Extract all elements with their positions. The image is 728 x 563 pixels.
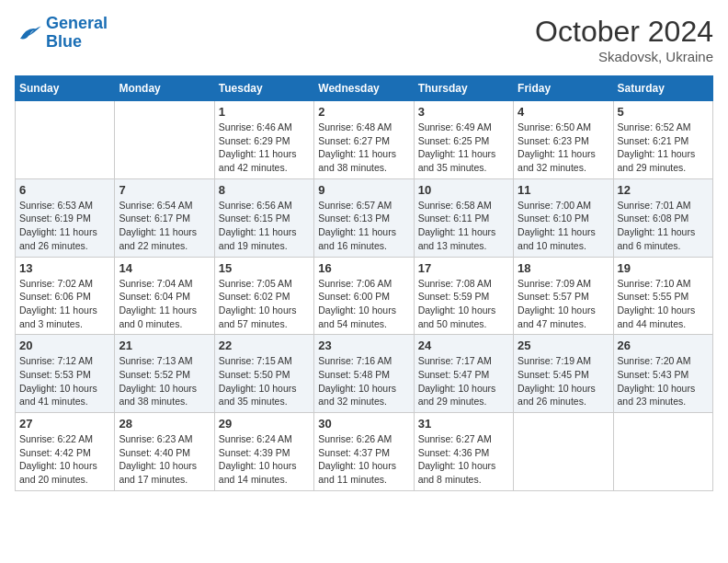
logo-icon — [15, 19, 42, 47]
weekday-header: Sunday — [16, 76, 115, 101]
calendar-week-row: 20Sunrise: 7:12 AM Sunset: 5:53 PM Dayli… — [16, 335, 713, 413]
calendar-cell: 31Sunrise: 6:27 AM Sunset: 4:36 PM Dayli… — [414, 413, 513, 491]
day-number: 2 — [318, 105, 409, 119]
subtitle: Skadovsk, Ukraine — [535, 49, 713, 64]
day-number: 3 — [418, 105, 509, 119]
calendar-cell: 24Sunrise: 7:17 AM Sunset: 5:47 PM Dayli… — [414, 335, 513, 413]
day-number: 16 — [318, 261, 409, 275]
day-info: Sunrise: 6:56 AM Sunset: 6:15 PM Dayligh… — [219, 199, 310, 253]
calendar-cell: 25Sunrise: 7:19 AM Sunset: 5:45 PM Dayli… — [514, 335, 613, 413]
day-info: Sunrise: 6:24 AM Sunset: 4:39 PM Dayligh… — [219, 432, 310, 487]
calendar-cell — [514, 413, 613, 491]
day-number: 21 — [119, 339, 210, 352]
weekday-header: Monday — [115, 76, 214, 101]
calendar-cell: 29Sunrise: 6:24 AM Sunset: 4:39 PM Dayli… — [214, 413, 313, 491]
day-number: 14 — [119, 261, 210, 275]
title-block: October 2024 Skadovsk, Ukraine — [535, 15, 713, 64]
day-number: 23 — [318, 339, 409, 352]
calendar-cell: 13Sunrise: 7:02 AM Sunset: 6:06 PM Dayli… — [16, 257, 115, 335]
calendar-cell: 17Sunrise: 7:08 AM Sunset: 5:59 PM Dayli… — [414, 257, 513, 335]
calendar-cell: 22Sunrise: 7:15 AM Sunset: 5:50 PM Dayli… — [214, 335, 313, 413]
calendar-cell: 4Sunrise: 6:50 AM Sunset: 6:23 PM Daylig… — [514, 101, 613, 179]
day-info: Sunrise: 6:23 AM Sunset: 4:40 PM Dayligh… — [119, 432, 210, 487]
calendar-cell: 1Sunrise: 6:46 AM Sunset: 6:29 PM Daylig… — [214, 101, 313, 179]
day-info: Sunrise: 6:27 AM Sunset: 4:36 PM Dayligh… — [418, 432, 509, 487]
month-title: October 2024 — [535, 15, 713, 49]
calendar-cell: 7Sunrise: 6:54 AM Sunset: 6:17 PM Daylig… — [115, 178, 214, 257]
day-info: Sunrise: 6:50 AM Sunset: 6:23 PM Dayligh… — [518, 121, 609, 175]
weekday-header: Friday — [514, 76, 613, 101]
day-info: Sunrise: 7:00 AM Sunset: 6:10 PM Dayligh… — [518, 199, 609, 253]
calendar-cell — [115, 101, 214, 179]
weekday-header: Thursday — [414, 76, 513, 101]
day-info: Sunrise: 7:13 AM Sunset: 5:52 PM Dayligh… — [119, 354, 210, 408]
day-info: Sunrise: 7:20 AM Sunset: 5:43 PM Dayligh… — [618, 354, 709, 408]
calendar-table: SundayMondayTuesdayWednesdayThursdayFrid… — [15, 75, 713, 491]
day-number: 15 — [219, 261, 310, 275]
calendar-cell: 11Sunrise: 7:00 AM Sunset: 6:10 PM Dayli… — [514, 178, 613, 257]
day-info: Sunrise: 6:58 AM Sunset: 6:11 PM Dayligh… — [418, 199, 509, 253]
calendar-cell: 9Sunrise: 6:57 AM Sunset: 6:13 PM Daylig… — [314, 178, 414, 257]
calendar-cell: 15Sunrise: 7:05 AM Sunset: 6:02 PM Dayli… — [214, 257, 313, 335]
day-info: Sunrise: 7:09 AM Sunset: 5:57 PM Dayligh… — [518, 277, 609, 331]
day-number: 8 — [219, 183, 310, 197]
day-info: Sunrise: 6:46 AM Sunset: 6:29 PM Dayligh… — [219, 121, 310, 175]
day-info: Sunrise: 6:57 AM Sunset: 6:13 PM Dayligh… — [318, 199, 409, 253]
day-number: 24 — [418, 339, 509, 352]
calendar-cell: 23Sunrise: 7:16 AM Sunset: 5:48 PM Dayli… — [314, 335, 414, 413]
calendar-cell: 28Sunrise: 6:23 AM Sunset: 4:40 PM Dayli… — [115, 413, 214, 491]
day-number: 25 — [518, 339, 609, 352]
day-number: 6 — [19, 183, 110, 197]
calendar-cell: 30Sunrise: 6:26 AM Sunset: 4:37 PM Dayli… — [314, 413, 414, 491]
calendar-cell: 8Sunrise: 6:56 AM Sunset: 6:15 PM Daylig… — [214, 178, 313, 257]
day-info: Sunrise: 6:22 AM Sunset: 4:42 PM Dayligh… — [19, 432, 110, 487]
day-info: Sunrise: 7:01 AM Sunset: 6:08 PM Dayligh… — [618, 199, 709, 253]
calendar-cell: 26Sunrise: 7:20 AM Sunset: 5:43 PM Dayli… — [613, 335, 712, 413]
day-number: 26 — [618, 339, 709, 352]
day-number: 11 — [518, 183, 609, 197]
calendar-cell: 19Sunrise: 7:10 AM Sunset: 5:55 PM Dayli… — [613, 257, 712, 335]
day-number: 18 — [518, 261, 609, 275]
day-info: Sunrise: 7:08 AM Sunset: 5:59 PM Dayligh… — [418, 277, 509, 331]
day-number: 17 — [418, 261, 509, 275]
calendar-cell — [16, 101, 115, 179]
day-info: Sunrise: 6:26 AM Sunset: 4:37 PM Dayligh… — [318, 432, 409, 487]
calendar-week-row: 6Sunrise: 6:53 AM Sunset: 6:19 PM Daylig… — [16, 178, 713, 257]
day-number: 4 — [518, 105, 609, 119]
day-number: 19 — [618, 261, 709, 275]
day-number: 1 — [219, 105, 310, 119]
day-info: Sunrise: 7:12 AM Sunset: 5:53 PM Dayligh… — [19, 354, 110, 408]
day-number: 22 — [219, 339, 310, 352]
day-info: Sunrise: 7:15 AM Sunset: 5:50 PM Dayligh… — [219, 354, 310, 408]
day-number: 30 — [318, 417, 409, 431]
weekday-header-row: SundayMondayTuesdayWednesdayThursdayFrid… — [16, 76, 713, 101]
weekday-header: Wednesday — [314, 76, 414, 101]
day-info: Sunrise: 7:05 AM Sunset: 6:02 PM Dayligh… — [219, 277, 310, 331]
logo-text: General Blue — [46, 15, 108, 52]
calendar-cell: 12Sunrise: 7:01 AM Sunset: 6:08 PM Dayli… — [613, 178, 712, 257]
day-number: 5 — [618, 105, 709, 119]
calendar-cell: 27Sunrise: 6:22 AM Sunset: 4:42 PM Dayli… — [16, 413, 115, 491]
day-info: Sunrise: 7:16 AM Sunset: 5:48 PM Dayligh… — [318, 354, 409, 408]
day-number: 9 — [318, 183, 409, 197]
day-info: Sunrise: 7:06 AM Sunset: 6:00 PM Dayligh… — [318, 277, 409, 331]
weekday-header: Tuesday — [214, 76, 313, 101]
day-info: Sunrise: 7:02 AM Sunset: 6:06 PM Dayligh… — [19, 277, 110, 331]
calendar-cell: 6Sunrise: 6:53 AM Sunset: 6:19 PM Daylig… — [16, 178, 115, 257]
calendar-cell: 10Sunrise: 6:58 AM Sunset: 6:11 PM Dayli… — [414, 178, 513, 257]
calendar-cell: 3Sunrise: 6:49 AM Sunset: 6:25 PM Daylig… — [414, 101, 513, 179]
calendar-cell: 21Sunrise: 7:13 AM Sunset: 5:52 PM Dayli… — [115, 335, 214, 413]
logo: General Blue — [15, 15, 108, 52]
day-info: Sunrise: 6:52 AM Sunset: 6:21 PM Dayligh… — [618, 121, 709, 175]
day-info: Sunrise: 7:19 AM Sunset: 5:45 PM Dayligh… — [518, 354, 609, 408]
day-number: 27 — [19, 417, 110, 431]
day-number: 7 — [119, 183, 210, 197]
day-info: Sunrise: 6:53 AM Sunset: 6:19 PM Dayligh… — [19, 199, 110, 253]
day-number: 20 — [19, 339, 110, 352]
day-number: 12 — [618, 183, 709, 197]
calendar-cell: 18Sunrise: 7:09 AM Sunset: 5:57 PM Dayli… — [514, 257, 613, 335]
day-number: 31 — [418, 417, 509, 431]
calendar-week-row: 1Sunrise: 6:46 AM Sunset: 6:29 PM Daylig… — [16, 101, 713, 179]
day-info: Sunrise: 7:17 AM Sunset: 5:47 PM Dayligh… — [418, 354, 509, 408]
calendar-cell: 5Sunrise: 6:52 AM Sunset: 6:21 PM Daylig… — [613, 101, 712, 179]
